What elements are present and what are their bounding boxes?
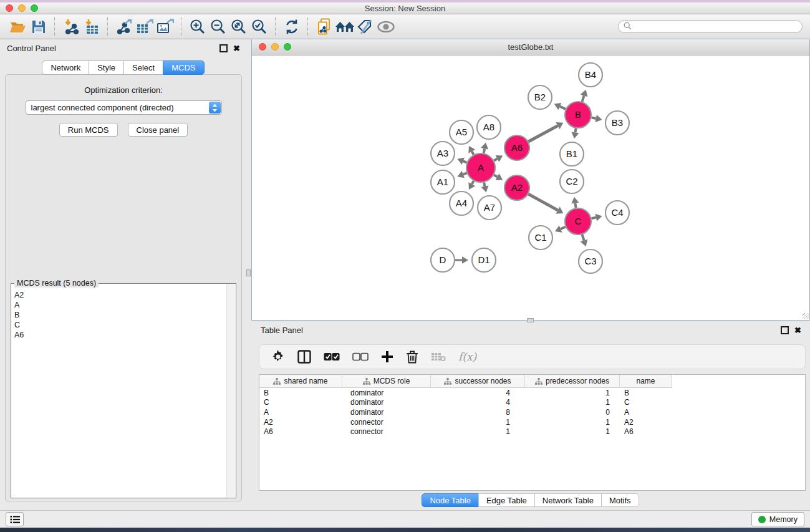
edge-A-A4[interactable] (472, 181, 474, 184)
zoom-selected-icon[interactable] (249, 17, 269, 37)
close-panel-icon[interactable]: ✖ (233, 44, 240, 52)
vertical-divider-handle[interactable] (246, 269, 251, 276)
cell-predecessor_nodes[interactable]: 1 (525, 418, 620, 427)
edge-A-A3[interactable] (463, 161, 467, 162)
cell-mcds_role[interactable]: connector (342, 427, 431, 436)
graph-node-C3[interactable]: C3 (579, 249, 602, 273)
zoom-out-icon[interactable] (208, 17, 228, 37)
table-row-A[interactable]: Adominator80A (259, 407, 805, 417)
cell-shared_name[interactable]: B (259, 389, 342, 397)
edge-B-B3[interactable] (592, 117, 596, 118)
tab-mcds[interactable]: MCDS (163, 60, 204, 75)
refresh-icon[interactable] (281, 17, 302, 37)
cell-successor_nodes[interactable]: 4 (431, 389, 525, 397)
table-row-B[interactable]: Bdominator41B (259, 388, 805, 398)
minimize-window-button[interactable] (18, 4, 26, 12)
float-panel-icon[interactable] (219, 44, 228, 52)
result-item[interactable]: B (12, 310, 226, 320)
cell-mcds_role[interactable]: dominator (342, 389, 431, 397)
cell-successor_nodes[interactable]: 1 (431, 427, 525, 436)
network-window-titlebar[interactable]: testGlobe.txt (252, 39, 809, 56)
edge-A-A2[interactable] (494, 175, 497, 177)
criterion-dropdown[interactable]: largest connected component (directed) (26, 100, 222, 115)
search-box[interactable] (618, 20, 803, 33)
cell-successor_nodes[interactable]: 8 (431, 408, 525, 417)
add-row-icon[interactable] (381, 351, 393, 363)
cell-mcds_role[interactable]: dominator (342, 398, 431, 407)
result-scrollbar[interactable] (226, 284, 235, 497)
column-header-shared-name[interactable]: shared name (259, 375, 342, 387)
graph-node-A8[interactable]: A8 (477, 115, 501, 139)
edge-A2-C[interactable] (528, 194, 557, 210)
edge-C-C4[interactable] (591, 218, 595, 219)
network-close-button[interactable] (259, 43, 266, 51)
close-window-button[interactable] (6, 4, 13, 12)
edge-C-C2[interactable] (575, 203, 576, 208)
cell-predecessor_nodes[interactable]: 1 (525, 398, 620, 407)
tab-select[interactable]: Select (123, 60, 163, 75)
cell-shared_name[interactable]: A (259, 408, 342, 417)
graph-node-A3[interactable]: A3 (431, 142, 455, 165)
edge-A6-B[interactable] (528, 126, 557, 142)
graph-node-C[interactable]: C (565, 208, 591, 235)
graph-node-B1[interactable]: B1 (560, 142, 584, 166)
cell-name[interactable]: C (620, 398, 672, 407)
cell-shared_name[interactable]: A6 (259, 427, 342, 436)
settings-gear-icon[interactable] (271, 350, 285, 364)
zoom-fit-icon[interactable] (228, 17, 249, 37)
tab-motifs[interactable]: Motifs (601, 493, 639, 507)
edge-A-A8[interactable] (484, 148, 485, 153)
edge-C-C3[interactable] (582, 235, 584, 241)
cell-successor_nodes[interactable]: 4 (431, 398, 525, 407)
graph-node-A1[interactable]: A1 (431, 170, 455, 194)
deselect-all-icon[interactable] (352, 352, 369, 361)
cell-predecessor_nodes[interactable]: 1 (525, 427, 620, 436)
tab-edge-table[interactable]: Edge Table (478, 493, 535, 507)
task-history-button[interactable] (6, 512, 24, 526)
horizontal-divider-handle[interactable] (527, 318, 534, 322)
graph-node-B3[interactable]: B3 (605, 111, 629, 135)
export-image-icon[interactable] (155, 17, 175, 37)
window-resize-grip[interactable] (803, 313, 809, 319)
edge-C-C1[interactable] (561, 227, 566, 229)
tab-network-table[interactable]: Network Table (534, 493, 602, 507)
export-table-icon[interactable] (134, 17, 155, 37)
result-item[interactable]: A2 (12, 290, 226, 300)
table-row-A6[interactable]: A6connector11A6 (259, 427, 805, 437)
cell-name[interactable]: A2 (620, 418, 672, 427)
graph-node-C2[interactable]: C2 (560, 170, 584, 193)
cell-shared_name[interactable]: C (259, 398, 342, 407)
memory-button[interactable]: Memory (751, 512, 804, 526)
graph-node-B[interactable]: B (565, 102, 591, 128)
network-minimize-button[interactable] (271, 43, 279, 51)
network-canvas[interactable]: B4B2BB3B1A5A8A6A3AA1A4A7A2C2CC4C1C3DD1 (252, 55, 809, 320)
graph-node-A2[interactable]: A2 (504, 175, 529, 200)
edge-A-A1[interactable] (463, 173, 467, 174)
column-header-predecessor-nodes[interactable]: predecessor nodes (525, 375, 620, 387)
graph-node-B2[interactable]: B2 (528, 85, 552, 109)
column-header-successor-nodes[interactable]: successor nodes (431, 375, 525, 387)
cell-shared_name[interactable]: A2 (259, 418, 342, 427)
edge-B-B4[interactable] (582, 95, 584, 102)
graph-node-A5[interactable]: A5 (450, 120, 473, 144)
cell-successor_nodes[interactable]: 1 (431, 418, 525, 427)
cell-name[interactable]: B (620, 389, 672, 397)
open-session-icon[interactable] (7, 17, 28, 37)
column-header-MCDS-role[interactable]: MCDS role (342, 375, 431, 387)
zoom-window-button[interactable] (31, 4, 38, 12)
graph-node-D1[interactable]: D1 (472, 248, 496, 272)
float-table-panel-icon[interactable] (781, 326, 789, 334)
edge-A-A5[interactable] (472, 152, 474, 155)
select-all-icon[interactable] (324, 352, 340, 361)
cell-mcds_role[interactable]: connector (342, 418, 431, 427)
show-eye-icon[interactable] (375, 17, 396, 37)
edge-A-A6[interactable] (494, 158, 497, 160)
edge-A-A7[interactable] (484, 182, 485, 186)
export-network-icon[interactable] (113, 17, 134, 37)
run-mcds-button[interactable]: Run MCDS (59, 123, 118, 137)
result-item[interactable]: A (12, 300, 226, 310)
delete-row-icon[interactable] (406, 350, 418, 364)
graph-node-A6[interactable]: A6 (504, 135, 529, 160)
close-panel-button[interactable]: Close panel (128, 123, 188, 137)
network-snapshot-icon[interactable] (314, 17, 334, 37)
